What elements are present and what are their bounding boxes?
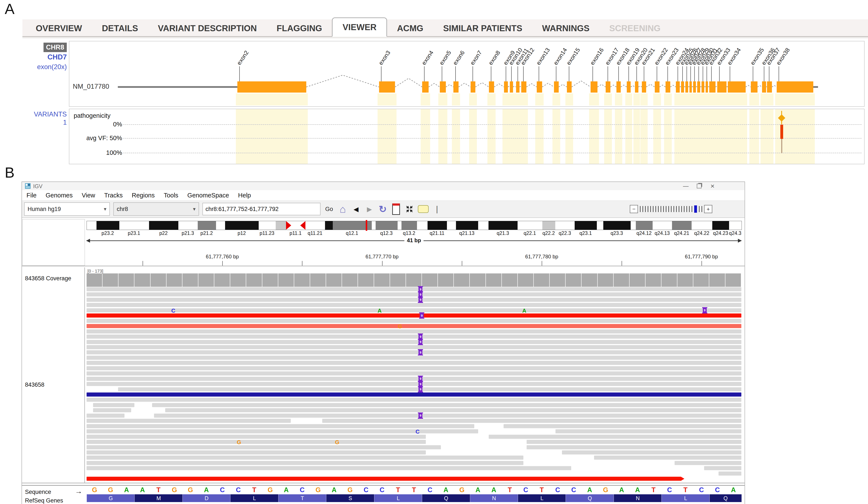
ideogram-band[interactable] — [397, 221, 402, 230]
exon-box[interactable] — [521, 81, 526, 93]
exon-box[interactable] — [693, 81, 696, 93]
resize-tracks-icon[interactable] — [404, 203, 414, 215]
ideogram-band-q21.11[interactable] — [427, 221, 447, 230]
exon-box[interactable] — [567, 81, 572, 93]
exon-box[interactable] — [685, 81, 688, 93]
chromosome-select[interactable]: chr8 ▾ — [113, 202, 199, 216]
zoom-out-button[interactable]: − — [630, 205, 638, 213]
read-row[interactable] — [86, 466, 741, 470]
alignment-track-label[interactable]: 843658 — [25, 381, 44, 388]
exon-box[interactable] — [690, 81, 692, 93]
ideogram-band-p22[interactable] — [149, 221, 178, 230]
read-row[interactable] — [86, 329, 741, 334]
ideogram-band[interactable] — [276, 221, 286, 230]
insertion-marker[interactable]: 9 — [420, 313, 424, 318]
exon-box[interactable] — [697, 81, 700, 93]
insertion-marker[interactable]: 9 — [418, 339, 422, 345]
insertion-marker[interactable]: 9 — [418, 413, 422, 418]
exon-box[interactable] — [453, 81, 458, 93]
read-segment[interactable] — [527, 445, 741, 449]
read-segment[interactable] — [86, 424, 474, 428]
exon-box[interactable] — [665, 81, 670, 93]
home-icon[interactable]: ⌂ — [338, 203, 348, 215]
read-segment[interactable] — [86, 329, 741, 334]
ruler-ticks[interactable]: 61,777,760 bp61,777,770 bp61,777,780 bp6… — [86, 254, 741, 266]
read-segment[interactable] — [489, 435, 741, 439]
tab-viewer[interactable]: VIEWER — [332, 18, 387, 37]
menu-item-file[interactable]: File — [22, 192, 41, 199]
insertion-marker[interactable]: 9 — [418, 376, 422, 381]
menu-item-help[interactable]: Help — [234, 192, 256, 199]
menu-item-view[interactable]: View — [77, 192, 100, 199]
read-row[interactable] — [86, 303, 741, 307]
read-row[interactable] — [86, 366, 741, 370]
zoom-ticks[interactable] — [640, 206, 702, 213]
exon-box[interactable] — [762, 81, 766, 93]
exon-box[interactable] — [728, 81, 746, 93]
zoom-in-button[interactable]: + — [704, 205, 712, 213]
refresh-icon[interactable]: ↻ — [378, 203, 388, 215]
read-segment[interactable] — [86, 356, 741, 360]
menu-item-regions[interactable]: Regions — [127, 192, 159, 199]
read-segment[interactable] — [86, 455, 524, 460]
read-row[interactable]: 9 — [86, 287, 741, 291]
ideogram-band-q21.3[interactable] — [488, 221, 518, 230]
read-row[interactable]: 9 — [86, 298, 741, 302]
read-segment[interactable] — [86, 292, 741, 296]
name-data-divider[interactable] — [84, 267, 85, 486]
insertion-marker[interactable]: 9 — [418, 286, 422, 292]
read-segment[interactable] — [86, 308, 741, 312]
read-segment[interactable] — [674, 461, 741, 465]
exon-box[interactable] — [676, 81, 680, 93]
read-segment[interactable] — [86, 366, 741, 370]
ideogram-band[interactable] — [447, 221, 456, 230]
exon-box[interactable] — [237, 81, 306, 93]
go-button[interactable]: Go — [325, 206, 333, 212]
ideogram-band-p11.23[interactable] — [259, 221, 276, 230]
ideogram-band-p21.3[interactable] — [178, 221, 198, 230]
ideogram-band-q11.21[interactable] — [306, 221, 325, 230]
menu-item-genomespace[interactable]: GenomeSpace — [183, 192, 234, 199]
tab-flagging[interactable]: FLAGGING — [267, 20, 332, 36]
strand-arrow-icon[interactable]: → — [75, 487, 82, 495]
insertion-marker[interactable]: 9 — [418, 381, 422, 387]
read-row[interactable] — [86, 445, 741, 449]
ideogram-band[interactable] — [597, 221, 603, 230]
read-row[interactable]: 9 — [86, 377, 741, 381]
read-segment[interactable] — [86, 477, 684, 481]
exon-box[interactable] — [717, 81, 726, 93]
ideogram-band-q23.1[interactable] — [575, 221, 597, 230]
exon-box[interactable] — [504, 81, 508, 93]
ideogram-band[interactable] — [478, 221, 488, 230]
read-segment[interactable] — [86, 345, 741, 349]
read-row[interactable]: 9 — [86, 314, 741, 317]
exon-box[interactable] — [379, 81, 395, 93]
exon-box[interactable] — [655, 81, 660, 93]
ideogram-band[interactable] — [325, 221, 333, 230]
read-row[interactable] — [86, 392, 741, 397]
read-segment[interactable] — [86, 335, 741, 339]
ideogram-band-p21.2[interactable] — [198, 221, 216, 230]
exon-box[interactable] — [516, 81, 519, 93]
read-segment[interactable] — [86, 440, 426, 444]
read-row[interactable] — [86, 345, 741, 349]
exon-box[interactable] — [709, 81, 715, 93]
read-segment[interactable] — [86, 303, 741, 307]
read-segment[interactable] — [86, 371, 741, 376]
exon-box[interactable] — [751, 81, 757, 93]
exon-box[interactable] — [702, 81, 704, 93]
tab-details[interactable]: DETAILS — [92, 20, 148, 36]
ideogram-band-p12[interactable] — [225, 221, 259, 230]
locus-input[interactable] — [203, 203, 320, 215]
ideogram-band-q21.13[interactable] — [456, 221, 478, 230]
read-segment[interactable] — [86, 435, 426, 439]
tab-screening[interactable]: SCREENING — [599, 20, 671, 36]
read-segment[interactable] — [86, 361, 741, 365]
read-row[interactable]: 9 — [86, 340, 741, 344]
menu-item-tracks[interactable]: Tracks — [100, 192, 127, 199]
ideogram-band-q24.12[interactable] — [636, 221, 653, 230]
read-row[interactable]: 9 — [86, 292, 741, 296]
ideogram-band-p23.1[interactable] — [119, 221, 149, 230]
read-row[interactable]: CAA9 — [86, 308, 741, 312]
menu-item-genomes[interactable]: Genomes — [41, 192, 77, 199]
